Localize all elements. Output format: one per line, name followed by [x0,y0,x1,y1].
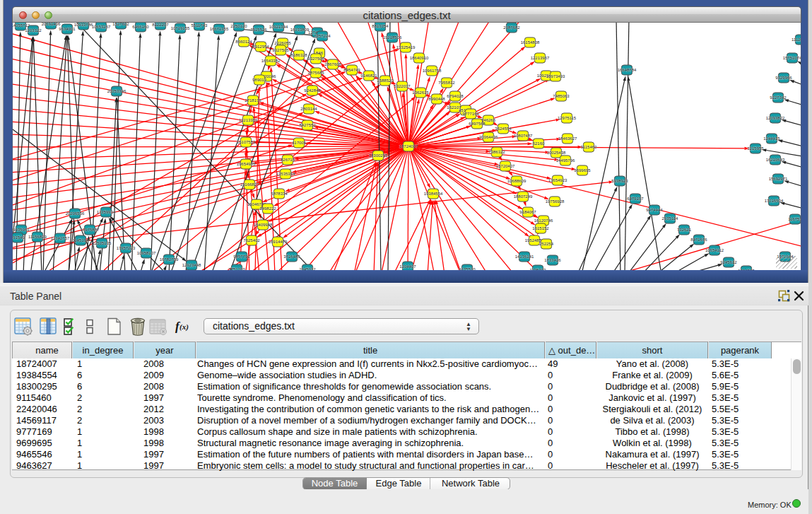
svg-text:12505135: 12505135 [93,241,112,245]
svg-text:11156829: 11156829 [28,235,47,239]
svg-text:8813054: 8813054 [372,24,389,28]
svg-text:3498222: 3498222 [259,206,276,211]
svg-text:15720407: 15720407 [496,164,515,168]
svg-text:16210643: 16210643 [766,158,785,162]
svg-text:6794028: 6794028 [447,94,464,98]
svg-text:10807487: 10807487 [514,134,533,138]
svg-text:16782759: 16782759 [160,257,179,262]
svg-text:5322037: 5322037 [394,84,411,88]
svg-text:10654112: 10654112 [705,248,724,252]
svg-text:2867608: 2867608 [324,62,341,66]
svg-text:10921344: 10921344 [269,25,288,29]
svg-text:10719155: 10719155 [171,26,190,30]
svg-text:1204407: 1204407 [399,264,416,269]
svg-text:5878334: 5878334 [271,192,288,196]
svg-text:17016504: 17016504 [765,199,784,203]
svg-text:19218506: 19218506 [383,35,402,40]
svg-text:9242848: 9242848 [304,88,321,93]
svg-text:10958107: 10958107 [137,251,156,255]
svg-text:9435061: 9435061 [13,228,30,232]
svg-text:18463627: 18463627 [558,136,577,141]
svg-text:15692971: 15692971 [769,177,788,181]
svg-text:6466160: 6466160 [132,25,149,29]
svg-text:826715: 826715 [281,158,295,162]
svg-text:18640910: 18640910 [410,56,429,60]
svg-text:10025438: 10025438 [547,151,566,155]
svg-text:8990448: 8990448 [428,97,445,101]
svg-text:18300295: 18300295 [369,153,388,158]
svg-text:12213369: 12213369 [239,118,258,122]
svg-text:19654985: 19654985 [237,162,256,166]
svg-text:16914479: 16914479 [269,240,288,244]
svg-text:7515526: 7515526 [250,28,267,32]
svg-text:7357224: 7357224 [314,34,331,38]
svg-text:20206556: 20206556 [66,211,85,216]
svg-text:9245612: 9245612 [720,260,737,264]
svg-text:7386322: 7386322 [488,150,505,154]
svg-text:1615152: 1615152 [532,226,549,230]
svg-text:5938923: 5938923 [611,179,628,183]
svg-text:12923448: 12923448 [182,263,201,267]
svg-text:7955812: 7955812 [438,81,455,85]
svg-text:8912954: 8912954 [252,45,269,49]
svg-text:10688609: 10688609 [507,179,526,183]
svg-text:16671355: 16671355 [210,27,229,31]
svg-text:391549: 391549 [13,235,25,240]
svg-text:1588520: 1588520 [377,78,394,83]
svg-text:1145194: 1145194 [73,238,90,243]
svg-text:19384554: 19384554 [424,192,443,196]
svg-text:8471676: 8471676 [690,238,707,242]
svg-text:1362615: 1362615 [412,90,429,95]
svg-text:16409948: 16409948 [254,223,273,227]
svg-text:13535364: 13535364 [276,172,295,176]
svg-text:1527602: 1527602 [112,23,129,26]
svg-text:7485063: 7485063 [553,94,570,98]
svg-text:9327505: 9327505 [272,48,289,52]
svg-text:116753: 116753 [788,217,801,221]
svg-text:9184067: 9184067 [519,210,536,214]
svg-text:19756928: 19756928 [546,199,565,204]
svg-text:1733426: 1733426 [544,258,561,262]
svg-text:10961758: 10961758 [423,69,442,73]
svg-text:9777169: 9777169 [462,112,479,116]
svg-text:20053346: 20053346 [107,89,126,93]
svg-text:17957223: 17957223 [117,246,136,250]
svg-text:16154808: 16154808 [521,40,540,45]
svg-text:9699695: 9699695 [574,168,591,173]
svg-text:13654923: 13654923 [548,178,567,182]
svg-text:6497568: 6497568 [469,122,486,126]
svg-text:20364436: 20364436 [479,135,498,139]
svg-text:16033809: 16033809 [290,28,310,32]
svg-text:10653267: 10653267 [92,25,111,29]
svg-text:1203322: 1203322 [25,28,42,33]
svg-text:10973493: 10973493 [546,74,565,78]
svg-text:8122207: 8122207 [152,23,169,27]
svg-text:9634001: 9634001 [59,27,76,31]
svg-text:9146821: 9146821 [360,74,377,78]
svg-text:16107553: 16107553 [237,140,256,144]
svg-text:8454749: 8454749 [343,68,360,72]
svg-text:2718176: 2718176 [245,98,261,103]
svg-text:9857791: 9857791 [233,255,250,259]
svg-text:18724007: 18724007 [399,144,418,148]
svg-text:3875685: 3875685 [307,71,324,75]
svg-text:20691406: 20691406 [42,23,61,26]
svg-text:2250120: 2250120 [230,24,247,28]
svg-text:14495796: 14495796 [556,158,575,163]
svg-text:16648784: 16648784 [618,68,637,72]
svg-text:9227342: 9227342 [770,95,787,100]
svg-text:(x): (x) [180,322,189,332]
svg-text:6479197: 6479197 [627,197,644,201]
svg-text:732621: 732621 [677,228,692,232]
svg-text:15751074: 15751074 [783,56,801,60]
svg-text:18807249: 18807249 [514,194,533,199]
svg-text:16543382: 16543382 [261,59,281,63]
svg-text:9327508: 9327508 [307,57,324,61]
svg-text:2087682: 2087682 [503,25,520,30]
svg-text:2226055: 2226055 [274,41,291,45]
svg-text:19166827: 19166827 [240,182,259,187]
svg-text:12975115: 12975115 [558,116,577,120]
svg-text:13325419: 13325419 [396,45,416,49]
svg-text:17359934: 17359934 [97,210,116,214]
svg-text:8660124: 8660124 [235,40,252,44]
